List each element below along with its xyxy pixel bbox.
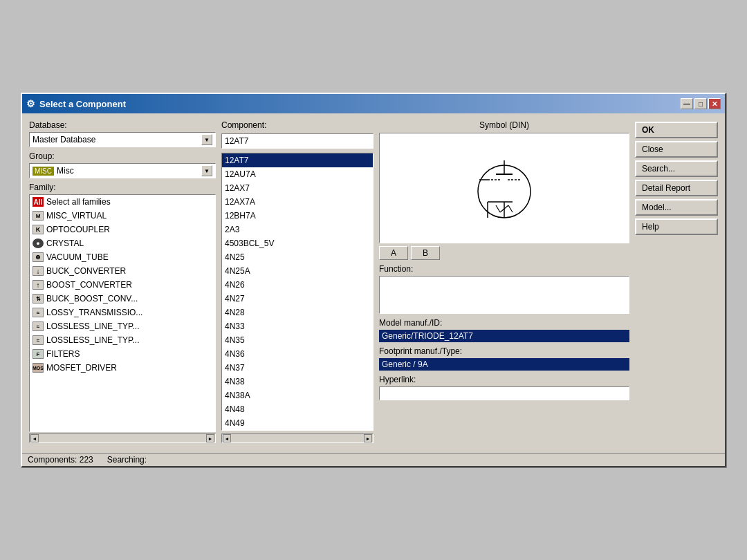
component-list[interactable]: 12AT7 12AU7A 12AX7 12AX7A 12BH7A 2A3 450… (222, 153, 373, 430)
family-name-lossless2: LOSSLESS_LINE_TYP... (46, 335, 140, 345)
family-item-misc-virtual[interactable]: M MISC_VIRTUAL (30, 209, 215, 223)
family-icon-lossy: ≈ (33, 308, 44, 317)
button-column: OK Close Search... Detail Report Model..… (635, 120, 718, 443)
family-item-filters[interactable]: F FILTERS (30, 347, 215, 361)
component-item-4n38[interactable]: 4N38 (222, 375, 373, 389)
database-section: Database: Master Database ▼ (29, 120, 216, 147)
family-name-lossless1: LOSSLESS_LINE_TYP... (46, 321, 140, 331)
component-item-12ax7[interactable]: 12AX7 (222, 181, 373, 195)
group-dropdown[interactable]: MISC Misc ▼ (29, 163, 216, 178)
component-scroll-left[interactable]: ◄ (223, 434, 231, 442)
family-name-all: Select all families (46, 197, 111, 207)
symbol-label: Symbol (DIN) (479, 120, 529, 130)
family-list-container: All Select all families M MISC_VIRTUAL K… (29, 194, 216, 432)
family-name-filters: FILTERS (46, 349, 80, 359)
component-item-4n25a[interactable]: 4N25A (222, 264, 373, 278)
family-item-lossless1[interactable]: ≈ LOSSLESS_LINE_TYP... (30, 319, 215, 333)
minimize-button[interactable]: — (681, 98, 693, 109)
titlebar-icon: ⚙ (26, 98, 35, 109)
family-name-crystal: CRYSTAL (46, 239, 84, 248)
family-item-lossless2[interactable]: ≈ LOSSLESS_LINE_TYP... (30, 333, 215, 347)
family-item-boost[interactable]: ↑ BOOST_CONVERTER (30, 278, 215, 292)
component-item-4n27[interactable]: 4N27 (222, 292, 373, 306)
function-section: Function: (379, 264, 629, 314)
family-section: Family: All Select all families M MISC_V… (29, 183, 216, 443)
family-icon-all: All (33, 197, 44, 207)
component-item-4n33[interactable]: 4N33 (222, 319, 373, 333)
main-content: Database: Master Database ▼ Group: MISC … (22, 113, 725, 450)
maximize-button[interactable]: □ (694, 98, 707, 109)
hyperlink-value (379, 386, 629, 400)
family-item-vacuum[interactable]: ⊕ VACUUM_TUBE (30, 250, 215, 264)
component-item-4n28[interactable]: 4N28 (222, 306, 373, 319)
tab-a[interactable]: A (379, 246, 408, 260)
family-label: Family: (29, 183, 216, 192)
symbol-display (379, 133, 629, 243)
component-item-4503bcl[interactable]: 4503BCL_5V (222, 236, 373, 250)
function-value (379, 276, 629, 314)
family-name-misc: MISC_VIRTUAL (46, 211, 107, 221)
main-window: ⚙ Select a Component — □ ✕ Database: Mas… (21, 93, 726, 467)
svg-line-6 (496, 205, 500, 212)
component-item-12au7a[interactable]: 12AU7A (222, 167, 373, 181)
component-column: Component: 12AT7 12AU7A 12AX7 12AX7A 12B… (221, 120, 374, 443)
help-button[interactable]: Help (635, 218, 718, 235)
family-item-lossy[interactable]: ≈ LOSSY_TRANSMISSIO... (30, 306, 215, 319)
close-button[interactable]: ✕ (708, 98, 721, 109)
component-item-2a3[interactable]: 2A3 (222, 223, 373, 236)
family-icon-mosfet: MOS (33, 363, 44, 373)
titlebar: ⚙ Select a Component — □ ✕ (22, 94, 725, 113)
family-scroll-right[interactable]: ► (206, 434, 214, 442)
family-item-all[interactable]: All Select all families (30, 195, 215, 209)
component-search-input[interactable] (221, 133, 374, 149)
window-title: Select a Component (39, 99, 126, 109)
family-item-buckboost[interactable]: ⇅ BUCK_BOOST_CONV... (30, 292, 215, 306)
family-item-optocoupler[interactable]: K OPTOCOUPLER (30, 223, 215, 236)
hyperlink-label: Hyperlink: (379, 375, 629, 384)
family-scroll-left[interactable]: ◄ (30, 434, 39, 442)
close-button-btn[interactable]: Close (635, 141, 718, 158)
search-button[interactable]: Search... (635, 160, 718, 177)
family-icon-boost: ↑ (33, 280, 44, 290)
component-item-12ax7a[interactable]: 12AX7A (222, 195, 373, 209)
family-item-crystal[interactable]: ● CRYSTAL (30, 236, 215, 250)
model-button[interactable]: Model... (635, 199, 718, 216)
component-scroll-right[interactable]: ► (364, 434, 372, 442)
component-item-12at7[interactable]: 12AT7 (222, 153, 373, 167)
status-bar: Components: 223 Searching: (22, 453, 725, 466)
svg-line-8 (508, 205, 513, 212)
model-value: Generic/TRIODE_12AT7 (379, 330, 629, 342)
family-icon-opto: K (33, 225, 44, 234)
family-icon-buckboost: ⇅ (33, 294, 44, 304)
family-item-buck[interactable]: ↓ BUCK_CONVERTER (30, 264, 215, 278)
family-name-vacuum: VACUUM_TUBE (46, 252, 109, 262)
database-dropdown-arrow[interactable]: ▼ (201, 134, 212, 145)
component-hscrollbar[interactable]: ◄ ► (221, 433, 374, 443)
component-item-4n26[interactable]: 4N26 (222, 278, 373, 292)
component-item-4n36[interactable]: 4N36 (222, 347, 373, 361)
family-list[interactable]: All Select all families M MISC_VIRTUAL K… (30, 195, 215, 431)
component-item-4n49[interactable]: 4N49 (222, 416, 373, 430)
component-item-4n48[interactable]: 4N48 (222, 402, 373, 416)
ok-button[interactable]: OK (635, 122, 718, 138)
symbol-svg (470, 147, 539, 230)
detail-report-button[interactable]: Detail Report (635, 180, 718, 196)
footprint-label: Footprint manuf./Type: (379, 346, 629, 356)
group-value: Misc (57, 166, 74, 176)
database-dropdown[interactable]: Master Database ▼ (29, 132, 216, 147)
component-item-4n35[interactable]: 4N35 (222, 333, 373, 347)
family-item-mosfet[interactable]: MOS MOSFET_DRIVER (30, 361, 215, 375)
family-icon-buck: ↓ (33, 266, 44, 276)
component-item-4n25[interactable]: 4N25 (222, 250, 373, 264)
family-hscrollbar[interactable]: ◄ ► (29, 433, 216, 443)
database-value: Master Database (33, 135, 95, 144)
function-label: Function: (379, 264, 629, 274)
component-item-12bh7a[interactable]: 12BH7A (222, 209, 373, 223)
family-icon-vacuum: ⊕ (33, 252, 44, 262)
tab-b[interactable]: B (411, 246, 440, 260)
component-item-4n37[interactable]: 4N37 (222, 361, 373, 375)
component-item-4n38a[interactable]: 4N38A (222, 389, 373, 402)
group-dropdown-arrow[interactable]: ▼ (201, 165, 212, 176)
family-icon-lossless2: ≈ (33, 335, 44, 345)
group-icon: MISC (33, 167, 54, 176)
